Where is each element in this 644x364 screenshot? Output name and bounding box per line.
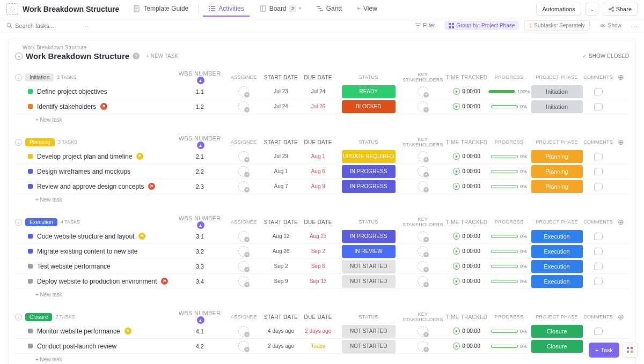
col-start[interactable]: START DATE xyxy=(262,219,299,225)
add-column-button[interactable]: ⊕ xyxy=(613,313,629,321)
apps-fab[interactable] xyxy=(623,343,638,358)
status-cell[interactable]: UPDATE REQUIRED xyxy=(336,150,400,163)
status-cell[interactable]: NOT STARTED xyxy=(336,340,400,353)
col-comments[interactable]: COMMENTS xyxy=(583,219,613,225)
task-name-cell[interactable]: Code website structure and layout ⚑ xyxy=(15,233,174,240)
time-cell[interactable]: 0:00:00 xyxy=(445,343,488,350)
task-row[interactable]: Monitor website performance ⚑ 4.1 4 days… xyxy=(15,324,629,339)
task-name-cell[interactable]: Deploy website to production environment… xyxy=(15,278,174,285)
new-task-fab[interactable]: + Task xyxy=(589,343,619,358)
assignee-cell[interactable] xyxy=(225,231,262,242)
priority-flag-icon[interactable]: ⚑ xyxy=(138,233,145,240)
col-progress[interactable]: PROGRESS xyxy=(488,314,530,320)
subtasks-button[interactable]: ⤵ Subtasks: Separately xyxy=(524,20,590,31)
phase-cell[interactable]: Planning xyxy=(530,165,583,178)
col-assignee[interactable]: ASSIGNEE xyxy=(225,314,262,320)
comments-cell[interactable] xyxy=(583,103,613,110)
stakeholders-cell[interactable] xyxy=(400,261,445,272)
more-options-icon[interactable]: ··· xyxy=(631,23,638,29)
group-pill[interactable]: Initiation xyxy=(25,73,54,81)
play-icon[interactable] xyxy=(453,153,460,160)
task-name-cell[interactable]: Review and approve design concepts ⚑ xyxy=(15,183,174,190)
col-stakeholders[interactable]: KEY STAKEHOLDERS xyxy=(400,72,445,83)
stakeholders-cell[interactable] xyxy=(400,341,445,352)
status-cell[interactable]: NOT STARTED xyxy=(336,260,400,273)
play-icon[interactable] xyxy=(453,278,460,285)
start-date-cell[interactable]: Jul 24 xyxy=(262,103,299,109)
wbs-cell[interactable]: 3.4 xyxy=(174,278,225,285)
col-due[interactable]: DUE DATE xyxy=(299,75,336,80)
phase-cell[interactable]: Initiation xyxy=(530,85,583,98)
wbs-cell[interactable]: 1.2 xyxy=(174,103,225,110)
share-button[interactable]: Share xyxy=(603,3,638,16)
new-task-row[interactable]: + New task xyxy=(15,354,629,364)
assignee-cell[interactable] xyxy=(225,86,262,97)
filter-button[interactable]: Filter xyxy=(411,21,439,30)
task-row[interactable]: Identify stakeholders ⚑ 1.2 Jul 24 Jul 2… xyxy=(15,99,629,114)
tab-board[interactable]: Board 2 ▾ xyxy=(254,2,306,17)
phase-cell[interactable]: Initiation xyxy=(530,100,583,113)
start-date-cell[interactable]: Aug 12 xyxy=(262,233,299,239)
assignee-cell[interactable] xyxy=(225,341,262,352)
group-pill[interactable]: Planning xyxy=(25,138,55,146)
wbs-cell[interactable]: 2.2 xyxy=(174,168,225,175)
col-phase[interactable]: PROJECT PHASE xyxy=(530,314,583,320)
start-date-cell[interactable]: Sep 9 xyxy=(262,278,299,284)
info-icon[interactable]: i xyxy=(133,53,140,60)
due-date-cell[interactable]: Jul 24 xyxy=(299,88,336,94)
phase-cell[interactable]: Execution xyxy=(530,245,583,258)
phase-cell[interactable]: Execution xyxy=(530,230,583,243)
task-row[interactable]: Deploy website to production environment… xyxy=(15,274,629,289)
template-guide-button[interactable]: Template Guide xyxy=(128,2,194,17)
due-date-cell[interactable]: Today xyxy=(299,343,336,349)
task-row[interactable]: Migrate existing content to new site 3.2… xyxy=(15,244,629,259)
task-name-cell[interactable]: Define project objectives xyxy=(15,88,174,95)
due-date-cell[interactable]: Aug 23 xyxy=(299,233,336,239)
task-row[interactable]: Test website performance 3.3 Sep 2 Sep 6… xyxy=(15,259,629,274)
search-input[interactable] xyxy=(15,23,79,29)
col-time[interactable]: TIME TRACKED xyxy=(445,314,488,320)
status-cell[interactable]: READY xyxy=(336,85,400,98)
status-cell[interactable]: IN PROGRESS xyxy=(336,230,400,243)
assignee-cell[interactable] xyxy=(225,151,262,162)
task-row[interactable]: Develop project plan and timeline ⚑ 2.1 … xyxy=(15,149,629,164)
wbs-cell[interactable]: 2.3 xyxy=(174,183,225,190)
task-row[interactable]: Review and approve design concepts ⚑ 2.3… xyxy=(15,179,629,194)
list-icon[interactable] xyxy=(6,3,18,15)
wbs-cell[interactable]: 3.2 xyxy=(174,248,225,255)
phase-cell[interactable]: Closure xyxy=(530,340,583,353)
start-date-cell[interactable]: Sep 2 xyxy=(262,263,299,269)
progress-cell[interactable]: 0% xyxy=(488,154,530,159)
col-status[interactable]: STATUS xyxy=(336,75,400,80)
add-column-button[interactable]: ⊕ xyxy=(613,138,629,146)
progress-cell[interactable]: 0% xyxy=(488,329,530,334)
progress-cell[interactable]: 0% xyxy=(488,344,530,349)
col-assignee[interactable]: ASSIGNEE xyxy=(225,75,262,80)
collapse-all-icon[interactable]: ⌄ xyxy=(15,53,23,60)
col-start[interactable]: START DATE xyxy=(262,314,299,320)
col-start[interactable]: START DATE xyxy=(262,75,299,80)
task-name-cell[interactable]: Conduct post-launch review xyxy=(15,343,174,350)
play-icon[interactable] xyxy=(453,88,460,95)
breadcrumb[interactable]: Work Breakdown Structure xyxy=(23,44,629,50)
progress-cell[interactable]: 0% xyxy=(488,184,530,189)
phase-cell[interactable]: Planning xyxy=(530,180,583,193)
status-cell[interactable]: IN REVIEW xyxy=(336,245,400,258)
progress-cell[interactable]: 0% xyxy=(488,234,530,239)
comments-cell[interactable] xyxy=(583,183,613,190)
assignee-cell[interactable] xyxy=(225,326,262,337)
show-closed-button[interactable]: ✓ SHOW CLOSED xyxy=(582,53,629,59)
task-row[interactable]: Code website structure and layout ⚑ 3.1 … xyxy=(15,229,629,244)
start-date-cell[interactable]: Aug 1 xyxy=(262,168,299,174)
col-wbs[interactable]: WBS NUMBER▲ xyxy=(174,70,225,84)
priority-flag-icon[interactable]: ⚑ xyxy=(148,183,155,190)
task-name-cell[interactable]: Develop project plan and timeline ⚑ xyxy=(15,153,174,160)
group-collapse-icon[interactable]: ⌄ xyxy=(15,139,22,146)
play-icon[interactable] xyxy=(453,183,460,190)
time-cell[interactable]: 0:00:00 xyxy=(445,278,488,285)
start-date-cell[interactable]: Jul 29 xyxy=(262,153,299,159)
status-cell[interactable]: IN PROGRESS xyxy=(336,165,400,178)
add-column-button[interactable]: ⊕ xyxy=(613,218,629,226)
assignee-cell[interactable] xyxy=(225,246,262,257)
stakeholders-cell[interactable] xyxy=(400,326,445,337)
